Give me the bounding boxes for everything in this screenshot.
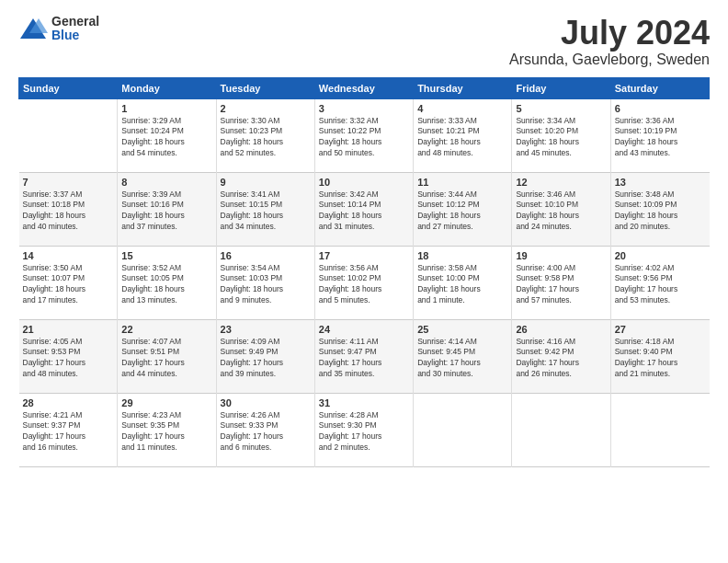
day-number: 13: [615, 177, 706, 188]
cell-content: Sunrise: 4:23 AMSunset: 9:35 PMDaylight:…: [121, 410, 211, 454]
calendar-cell: 12Sunrise: 3:46 AMSunset: 10:10 PMDaylig…: [512, 172, 610, 246]
cell-content: Sunrise: 4:02 AMSunset: 9:56 PMDaylight:…: [615, 263, 706, 307]
calendar-cell: 23Sunrise: 4:09 AMSunset: 9:49 PMDayligh…: [216, 319, 314, 393]
page: General Blue July 2024 Arsunda, Gaevlebo…: [0, 0, 728, 563]
calendar-cell: 7Sunrise: 3:37 AMSunset: 10:18 PMDayligh…: [19, 172, 118, 246]
day-number: 24: [319, 324, 409, 335]
cell-content: Sunrise: 4:11 AMSunset: 9:47 PMDaylight:…: [319, 337, 409, 381]
calendar-cell: [414, 393, 512, 466]
day-number: 14: [23, 250, 114, 261]
cell-content: Sunrise: 3:30 AMSunset: 10:23 PMDaylight…: [221, 116, 311, 160]
day-number: 7: [23, 177, 114, 188]
week-row-3: 14Sunrise: 3:50 AMSunset: 10:07 PMDaylig…: [19, 246, 710, 319]
header-friday: Friday: [512, 77, 610, 98]
day-number: 18: [417, 250, 507, 261]
cell-content: Sunrise: 3:34 AMSunset: 10:20 PMDaylight…: [516, 116, 606, 160]
calendar-cell: 11Sunrise: 3:44 AMSunset: 10:12 PMDaylig…: [414, 172, 512, 246]
day-number: 21: [23, 324, 114, 335]
day-number: 15: [121, 250, 211, 261]
header-thursday: Thursday: [414, 77, 512, 98]
calendar-cell: 10Sunrise: 3:42 AMSunset: 10:14 PMDaylig…: [314, 172, 413, 246]
week-row-1: 1Sunrise: 3:29 AMSunset: 10:24 PMDayligh…: [19, 98, 710, 172]
calendar-cell: 26Sunrise: 4:16 AMSunset: 9:42 PMDayligh…: [512, 319, 610, 393]
calendar-cell: 21Sunrise: 4:05 AMSunset: 9:53 PMDayligh…: [19, 319, 118, 393]
calendar-cell: 2Sunrise: 3:30 AMSunset: 10:23 PMDayligh…: [216, 98, 314, 172]
location: Arsunda, Gaevleborg, Sweden: [509, 52, 710, 68]
cell-content: Sunrise: 3:36 AMSunset: 10:19 PMDaylight…: [615, 116, 706, 160]
week-row-2: 7Sunrise: 3:37 AMSunset: 10:18 PMDayligh…: [19, 172, 710, 246]
day-number: 1: [121, 103, 211, 114]
cell-content: Sunrise: 3:48 AMSunset: 10:09 PMDaylight…: [615, 190, 706, 234]
cell-content: Sunrise: 3:42 AMSunset: 10:14 PMDaylight…: [319, 190, 409, 234]
day-number: 4: [417, 103, 507, 114]
calendar-cell: 1Sunrise: 3:29 AMSunset: 10:24 PMDayligh…: [118, 98, 216, 172]
cell-content: Sunrise: 3:50 AMSunset: 10:07 PMDaylight…: [23, 263, 114, 307]
logo-icon: [18, 17, 48, 40]
cell-content: Sunrise: 3:29 AMSunset: 10:24 PMDaylight…: [121, 116, 211, 160]
header-monday: Monday: [118, 77, 216, 98]
calendar-cell: [512, 393, 610, 466]
day-number: 11: [417, 177, 507, 188]
header: General Blue July 2024 Arsunda, Gaevlebo…: [18, 15, 710, 68]
calendar-cell: 28Sunrise: 4:21 AMSunset: 9:37 PMDayligh…: [19, 393, 118, 466]
title-block: July 2024 Arsunda, Gaevleborg, Sweden: [509, 15, 710, 68]
header-saturday: Saturday: [610, 77, 709, 98]
cell-content: Sunrise: 4:07 AMSunset: 9:51 PMDaylight:…: [121, 337, 211, 381]
cell-content: Sunrise: 3:58 AMSunset: 10:00 PMDaylight…: [417, 263, 507, 307]
cell-content: Sunrise: 3:46 AMSunset: 10:10 PMDaylight…: [516, 190, 606, 234]
day-number: 10: [319, 177, 409, 188]
cell-content: Sunrise: 3:56 AMSunset: 10:02 PMDaylight…: [319, 263, 409, 307]
calendar-table: SundayMondayTuesdayWednesdayThursdayFrid…: [18, 77, 710, 467]
calendar-cell: 30Sunrise: 4:26 AMSunset: 9:33 PMDayligh…: [216, 393, 314, 466]
calendar-cell: 9Sunrise: 3:41 AMSunset: 10:15 PMDayligh…: [216, 172, 314, 246]
day-number: 3: [319, 103, 409, 114]
cell-content: Sunrise: 3:33 AMSunset: 10:21 PMDaylight…: [417, 116, 507, 160]
week-row-4: 21Sunrise: 4:05 AMSunset: 9:53 PMDayligh…: [19, 319, 710, 393]
day-number: 20: [615, 250, 706, 261]
calendar-cell: 18Sunrise: 3:58 AMSunset: 10:00 PMDaylig…: [414, 246, 512, 319]
cell-content: Sunrise: 3:39 AMSunset: 10:16 PMDaylight…: [121, 190, 211, 234]
cell-content: Sunrise: 4:16 AMSunset: 9:42 PMDaylight:…: [516, 337, 606, 381]
cell-content: Sunrise: 4:28 AMSunset: 9:30 PMDaylight:…: [319, 410, 409, 454]
calendar-body: 1Sunrise: 3:29 AMSunset: 10:24 PMDayligh…: [19, 98, 710, 466]
calendar-cell: 17Sunrise: 3:56 AMSunset: 10:02 PMDaylig…: [314, 246, 413, 319]
cell-content: Sunrise: 3:32 AMSunset: 10:22 PMDaylight…: [319, 116, 409, 160]
day-number: 29: [121, 397, 211, 408]
calendar-cell: 8Sunrise: 3:39 AMSunset: 10:16 PMDayligh…: [118, 172, 216, 246]
cell-content: Sunrise: 4:09 AMSunset: 9:49 PMDaylight:…: [221, 337, 311, 381]
calendar-cell: 4Sunrise: 3:33 AMSunset: 10:21 PMDayligh…: [414, 98, 512, 172]
month-year: July 2024: [509, 15, 710, 52]
cell-content: Sunrise: 4:05 AMSunset: 9:53 PMDaylight:…: [23, 337, 114, 381]
header-wednesday: Wednesday: [314, 77, 413, 98]
cell-content: Sunrise: 3:37 AMSunset: 10:18 PMDaylight…: [23, 190, 114, 234]
cell-content: Sunrise: 4:26 AMSunset: 9:33 PMDaylight:…: [221, 410, 311, 454]
calendar-cell: 13Sunrise: 3:48 AMSunset: 10:09 PMDaylig…: [610, 172, 709, 246]
cell-content: Sunrise: 3:52 AMSunset: 10:05 PMDaylight…: [121, 263, 211, 307]
day-number: 27: [615, 324, 706, 335]
calendar-cell: 14Sunrise: 3:50 AMSunset: 10:07 PMDaylig…: [19, 246, 118, 319]
day-number: 17: [319, 250, 409, 261]
day-number: 23: [221, 324, 311, 335]
cell-content: Sunrise: 4:14 AMSunset: 9:45 PMDaylight:…: [417, 337, 507, 381]
calendar-cell: 15Sunrise: 3:52 AMSunset: 10:05 PMDaylig…: [118, 246, 216, 319]
calendar-cell: 5Sunrise: 3:34 AMSunset: 10:20 PMDayligh…: [512, 98, 610, 172]
day-number: 22: [121, 324, 211, 335]
day-number: 12: [516, 177, 606, 188]
calendar-cell: 22Sunrise: 4:07 AMSunset: 9:51 PMDayligh…: [118, 319, 216, 393]
day-number: 30: [221, 397, 311, 408]
logo-blue: Blue: [51, 29, 99, 42]
logo: General Blue: [18, 15, 99, 43]
calendar-cell: 20Sunrise: 4:02 AMSunset: 9:56 PMDayligh…: [610, 246, 709, 319]
logo-general: General: [51, 15, 99, 29]
header-tuesday: Tuesday: [216, 77, 314, 98]
day-number: 28: [23, 397, 114, 408]
calendar-cell: [19, 98, 118, 172]
day-number: 2: [221, 103, 311, 114]
calendar-cell: 27Sunrise: 4:18 AMSunset: 9:40 PMDayligh…: [610, 319, 709, 393]
day-number: 19: [516, 250, 606, 261]
day-number: 6: [615, 103, 706, 114]
calendar-header: SundayMondayTuesdayWednesdayThursdayFrid…: [19, 77, 710, 98]
calendar-cell: 25Sunrise: 4:14 AMSunset: 9:45 PMDayligh…: [414, 319, 512, 393]
cell-content: Sunrise: 4:00 AMSunset: 9:58 PMDaylight:…: [516, 263, 606, 307]
cell-content: Sunrise: 3:54 AMSunset: 10:03 PMDaylight…: [221, 263, 311, 307]
